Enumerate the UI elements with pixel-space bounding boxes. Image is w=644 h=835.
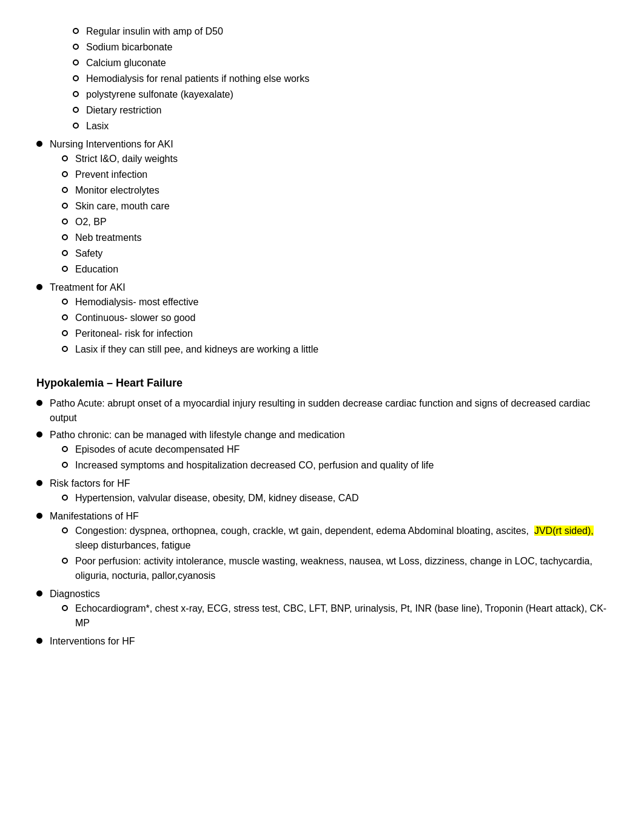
list-item: Increased symptoms and hospitalization d… [62,458,608,473]
list-item: Echocardiogram*, chest x-ray, ECG, stres… [62,601,608,630]
list-item: Neb treatments [62,231,608,245]
list-item: Hemodialysis for renal patients if nothi… [73,72,608,86]
main-item-wrapper: Risk factors for HF Hypertension, valvul… [50,476,608,507]
list-item: Episodes of acute decompensated HF [62,442,608,457]
list-item: Continuous- slower so good [62,311,608,325]
list-item: Regular insulin with amp of D50 Sodium b… [36,24,608,135]
circle-bullet-icon [62,558,68,564]
list-item: Education [62,262,608,277]
circle-bullet-icon [73,107,79,113]
nursing-sublist: Strict I&O, daily weights Prevent infect… [62,152,608,277]
item-text: Skin care, mouth care [75,199,608,214]
bullet-dot-icon [36,431,42,438]
list-item: Monitor electrolytes [62,183,608,198]
circle-bullet-icon [62,299,68,305]
item-text: Monitor electrolytes [75,183,608,198]
item-text: Neb treatments [75,231,608,245]
list-item: Calcium gluconate [73,56,608,70]
circle-bullet-icon [62,495,68,501]
circle-bullet-icon [62,446,68,452]
treatment-sublist: Hemodialysis- most effective Continuous-… [62,295,608,357]
item-text: Echocardiogram*, chest x-ray, ECG, stres… [75,601,608,630]
item-text: Hemodialysis- most effective [75,295,608,309]
item-text: Dietary restriction [86,103,608,118]
list-item: Diagnostics Echocardiogram*, chest x-ray… [36,587,608,632]
list-item: Poor perfusion: activity intolerance, mu… [62,554,608,583]
manifestations-sublist: Congestion: dyspnea, orthopnea, cough, c… [62,524,608,583]
item-text: Continuous- slower so good [75,311,608,325]
main-item-wrapper: Patho chronic: can be managed with lifes… [50,428,608,474]
bullet-dot-icon [36,480,42,486]
section-heading: Hypokalemia – Heart Failure [36,375,608,391]
item-text: Regular insulin with amp of D50 [86,24,608,39]
main-item-wrapper: Patho Acute: abrupt onset of a myocardia… [50,396,608,425]
patho-chronic-sublist: Episodes of acute decompensated HF Incre… [62,442,608,473]
list-item: Strict I&O, daily weights [62,152,608,166]
circle-bullet-icon [62,266,68,272]
list-item: Skin care, mouth care [62,199,608,214]
circle-bullet-icon [73,91,79,97]
main-item-wrapper: Manifestations of HF Congestion: dyspnea… [50,509,608,584]
main-item-wrapper: Nursing Interventions for AKI Strict I&O… [50,137,608,278]
list-item: Lasix [73,119,608,134]
jvd-highlight: JVD(rt sided), [534,526,594,536]
list-item: Sodium bicarbonate [73,40,608,55]
circle-bullet-icon [62,250,68,256]
circle-bullet-icon [73,28,79,34]
main-item-wrapper: Diagnostics Echocardiogram*, chest x-ray… [50,587,608,632]
circle-bullet-icon [62,330,68,336]
circle-bullet-icon [62,155,68,161]
main-item-label: Manifestations of HF [50,511,139,521]
list-item: Nursing Interventions for AKI Strict I&O… [36,137,608,278]
item-text: Hypertension, valvular disease, obesity,… [75,491,608,505]
bullet-dot-icon [36,400,42,406]
main-item-label: Interventions for HF [50,636,135,646]
circle-bullet-icon [62,346,68,352]
list-item: Hemodialysis- most effective [62,295,608,309]
risk-factors-sublist: Hypertension, valvular disease, obesity,… [62,491,608,505]
item-text: Education [75,262,608,277]
list-item: Peritoneal- risk for infection [62,326,608,341]
main-item-label: Treatment for AKI [50,282,126,292]
circle-bullet-icon [62,462,68,468]
bullet-dot-icon [36,513,42,519]
item-text: Increased symptoms and hospitalization d… [75,458,608,473]
list-item: Hypertension, valvular disease, obesity,… [62,491,608,505]
item-text: Calcium gluconate [86,56,608,70]
list-item: Patho Acute: abrupt onset of a myocardia… [36,396,608,425]
list-item: Congestion: dyspnea, orthopnea, cough, c… [62,524,608,553]
item-text: Poor perfusion: activity intolerance, mu… [75,554,608,583]
item-text: Safety [75,246,608,261]
list-item: Patho chronic: can be managed with lifes… [36,428,608,474]
list-item: Dietary restriction [73,103,608,118]
item-text: Episodes of acute decompensated HF [75,442,608,457]
item-text: Prevent infection [75,167,608,182]
list-item: Risk factors for HF Hypertension, valvul… [36,476,608,507]
list-item: polystyrene sulfonate (kayexalate) [73,87,608,102]
item-text: Peritoneal- risk for infection [75,326,608,341]
top-sublist: Regular insulin with amp of D50 Sodium b… [36,24,608,135]
main-item-label: Patho Acute: abrupt onset of a myocardia… [50,398,590,423]
list-item: Interventions for HF [36,634,608,649]
heart-failure-list: Patho Acute: abrupt onset of a myocardia… [36,396,608,649]
bullet-dot-icon [36,638,42,644]
list-item: Prevent infection [62,167,608,182]
item-text: Sodium bicarbonate [86,40,608,55]
circle-bullet-icon [62,187,68,193]
circle-bullet-icon [73,75,79,81]
list-item: Manifestations of HF Congestion: dyspnea… [36,509,608,584]
main-item-label: Nursing Interventions for AKI [50,139,173,149]
nursing-interventions-list: Nursing Interventions for AKI Strict I&O… [36,137,608,358]
circle-bullet-icon [73,44,79,50]
circle-bullet-icon [62,203,68,209]
item-text: polystyrene sulfonate (kayexalate) [86,87,608,102]
main-item-wrapper: Interventions for HF [50,634,608,649]
congestion-item-text: Congestion: dyspnea, orthopnea, cough, c… [75,524,608,553]
list-item: Safety [62,246,608,261]
bullet-dot-icon [36,590,42,597]
list-item: O2, BP [62,215,608,229]
aki-intro-sublist: Regular insulin with amp of D50 Sodium b… [73,24,608,134]
item-text: Lasix if they can still pee, and kidneys… [75,342,608,357]
circle-bullet-icon [62,171,68,177]
circle-bullet-icon [73,123,79,129]
